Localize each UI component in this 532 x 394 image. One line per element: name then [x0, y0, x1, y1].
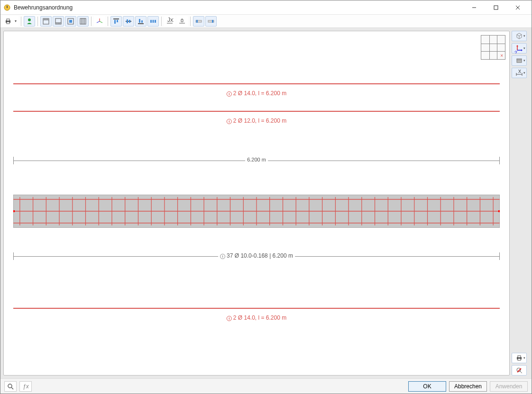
statusbar: ƒx OK Abbrechen Anwenden	[0, 378, 532, 394]
layout-top-icon[interactable]	[40, 16, 52, 27]
display-mode-dropdown[interactable]: ▾	[512, 55, 527, 66]
svg-text:x: x	[518, 70, 521, 74]
svg-point-17	[56, 23, 57, 24]
svg-point-12	[44, 18, 45, 19]
person-icon-button[interactable]	[24, 16, 35, 27]
svg-rect-40	[155, 20, 156, 23]
svg-rect-89	[13, 210, 15, 212]
layout-bottom-icon[interactable]	[53, 16, 64, 27]
layout-center-icon[interactable]	[65, 16, 76, 27]
apply-button[interactable]: Anwenden	[490, 381, 528, 392]
svg-point-107	[8, 384, 12, 388]
axis-marker: ×	[500, 53, 503, 58]
svg-point-14	[47, 18, 48, 19]
svg-point-18	[58, 23, 59, 24]
svg-rect-31	[117, 20, 118, 22]
svg-rect-8	[7, 22, 9, 24]
svg-rect-102	[518, 356, 521, 358]
close-button[interactable]	[507, 0, 529, 15]
svg-text:Jxx: Jxx	[167, 18, 174, 23]
window-title: Bewehrungsanordnung	[14, 4, 463, 11]
titlebar: Bewehrungsanordnung	[0, 0, 532, 15]
rebar-line-bottom1	[13, 308, 500, 309]
main-area: × i2 Ø 14.0, l = 6.200 m i2 Ø 12.0, l = …	[0, 28, 532, 378]
rebar-line-top1	[13, 83, 500, 84]
navigation-cube[interactable]: ×	[481, 35, 505, 60]
slider-right-icon[interactable]	[205, 16, 217, 27]
svg-line-105	[520, 371, 522, 373]
svg-marker-93	[516, 45, 518, 46]
svg-rect-47	[212, 20, 213, 23]
svg-text:ƒx: ƒx	[23, 383, 29, 390]
rebar-label-bottom1: i2 Ø 14.0, l = 6.200 m	[227, 314, 286, 321]
cancel-search-icon[interactable]	[512, 365, 527, 376]
svg-point-9	[28, 18, 31, 21]
svg-rect-36	[139, 19, 140, 23]
drawing-canvas[interactable]: × i2 Ø 14.0, l = 6.200 m i2 Ø 12.0, l = …	[3, 31, 510, 376]
svg-line-27	[100, 21, 102, 23]
svg-rect-95	[517, 60, 522, 63]
view-3d-dropdown[interactable]: ▾	[512, 31, 527, 41]
dimension-stirrups: i37 Ø 10.0-0.168 | 6.200 m	[13, 249, 500, 258]
svg-rect-7	[7, 19, 9, 21]
slider-left-icon[interactable]	[193, 16, 204, 27]
align-middle-icon[interactable]	[123, 16, 134, 27]
axes-icon[interactable]	[94, 16, 105, 27]
svg-rect-103	[518, 358, 521, 360]
maximize-button[interactable]	[485, 0, 507, 15]
svg-rect-30	[114, 20, 116, 24]
axis-view-dropdown[interactable]: -y ▾	[512, 43, 527, 54]
xx-label-icon[interactable]: Jxx	[164, 16, 175, 27]
align-top-icon[interactable]	[110, 16, 122, 27]
dimension-top-text: 6.200 m	[245, 157, 268, 162]
cancel-button[interactable]: Abbrechen	[449, 381, 487, 392]
shift-icon[interactable]	[176, 16, 188, 27]
function-icon-button[interactable]: ƒx	[19, 381, 32, 392]
svg-rect-21	[69, 20, 72, 23]
print-view-dropdown[interactable]: ▾	[512, 353, 527, 363]
svg-rect-3	[494, 6, 498, 9]
ok-button[interactable]: OK	[408, 381, 446, 392]
align-bottom-icon[interactable]	[135, 16, 147, 27]
svg-rect-96	[517, 59, 522, 60]
beam-stirrups	[13, 195, 500, 228]
dimension-stirrups-text: i37 Ø 10.0-0.168 | 6.200 m	[218, 252, 295, 259]
toolbar: ▾ Jxx	[0, 15, 532, 28]
rebar-line-top2	[13, 111, 500, 112]
svg-rect-1	[7, 6, 8, 8]
svg-rect-33	[127, 19, 128, 23]
svg-rect-38	[150, 20, 152, 23]
distribute-icon[interactable]	[147, 16, 159, 27]
svg-rect-34	[129, 20, 130, 23]
svg-point-13	[46, 18, 46, 19]
dimension-dropdown[interactable]: x ▾	[512, 68, 527, 78]
svg-marker-94	[521, 49, 523, 51]
print-dropdown[interactable]: ▾	[2, 16, 18, 27]
svg-line-108	[11, 387, 13, 389]
svg-point-19	[59, 23, 60, 24]
svg-rect-39	[153, 20, 154, 23]
help-search-button[interactable]	[4, 381, 17, 392]
rebar-label-top1: i2 Ø 14.0, l = 6.200 m	[227, 90, 286, 97]
layout-columns-icon[interactable]	[77, 16, 89, 27]
app-icon	[3, 4, 11, 11]
right-sidebar: ▾ -y ▾ ▾ x ▾ ▾	[512, 31, 529, 376]
dimension-top: 6.200 m	[13, 153, 500, 162]
svg-rect-45	[196, 20, 198, 23]
svg-rect-90	[498, 210, 500, 212]
svg-rect-37	[141, 20, 143, 23]
rebar-label-top2: i2 Ø 12.0, l = 6.200 m	[227, 117, 286, 124]
minimize-button[interactable]	[463, 0, 485, 15]
svg-line-28	[97, 21, 100, 23]
